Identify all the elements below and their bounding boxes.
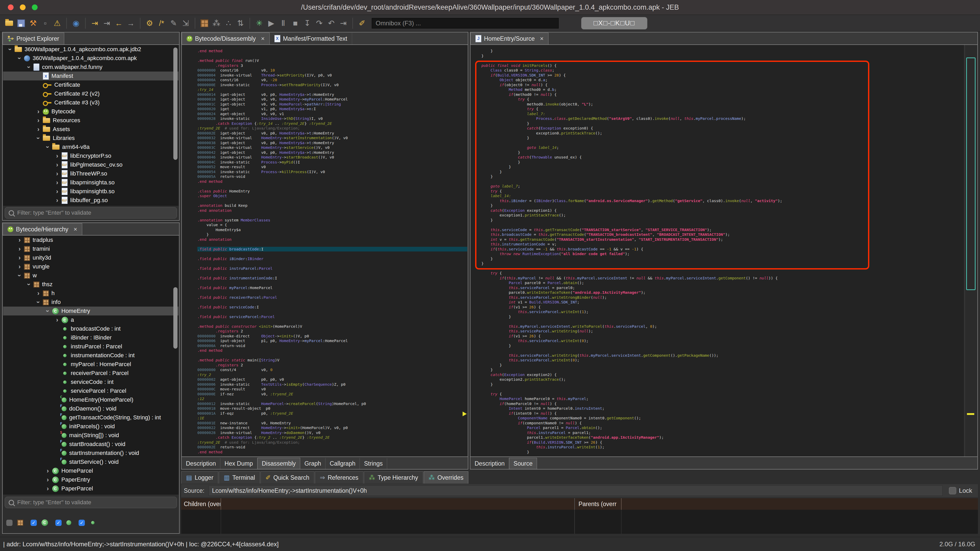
tree-item-homeentry[interactable]: ›CHomeEntry (3, 307, 178, 315)
disassembly-code[interactable]: .end method .method public final run()V … (182, 45, 467, 457)
open-file-icon[interactable] (3, 17, 15, 29)
tree-item-libraries[interactable]: ›Libraries (3, 134, 178, 143)
close-window-icon[interactable] (8, 5, 14, 10)
tree-item-myparcel-homeparcel[interactable]: myParcel : HomeParcel (3, 360, 178, 369)
flow-view-icon[interactable]: ⇅ (234, 17, 247, 29)
tree-item-homeparcel[interactable]: ›CHomeParcel (3, 467, 178, 475)
tree-item-libapminsightb-so[interactable]: ›ELFlibapminsightb.so (3, 187, 178, 196)
filter-field-checkbox[interactable]: ✓ (79, 520, 85, 526)
highlighter-icon[interactable]: ✐ (356, 17, 368, 29)
rename-icon[interactable]: ✎ (168, 17, 180, 29)
chevron-icon[interactable]: › (35, 134, 42, 143)
jump-into-icon[interactable]: ⇥ (101, 17, 113, 29)
chevron-icon[interactable]: › (53, 152, 62, 159)
chevron-icon[interactable]: › (53, 197, 62, 204)
tab-type-hierarchy[interactable]: ⁂Type Hierarchy (364, 471, 423, 484)
chevron-icon[interactable]: › (44, 307, 51, 315)
tree-item-ins[interactable]: ›ins (3, 493, 178, 495)
tab-graph[interactable]: Graph (300, 458, 326, 469)
overrides-table-body[interactable] (181, 510, 978, 534)
tree-item-thsz[interactable]: ›thsz (3, 280, 178, 289)
source-input[interactable] (208, 486, 943, 496)
tree-item-manifest[interactable]: XManifest (3, 72, 178, 80)
grid-view-icon[interactable] (199, 17, 210, 29)
tree-item-paperentry[interactable]: ›CPaperEntry (3, 475, 178, 484)
tree-item-libencryptorp-so[interactable]: ›ELFlibEncryptorP.so (3, 151, 178, 160)
globe-icon[interactable]: ◉ (70, 17, 82, 29)
tree-item-instrumentationcode-int[interactable]: instrumentationCode : int (3, 351, 178, 360)
save-icon[interactable] (15, 17, 27, 29)
close-icon[interactable]: × (74, 226, 77, 233)
tree-item-libpglmetasec-ov-so[interactable]: ›ELFlibPglmetasec_ov.so (3, 160, 178, 169)
tab-disassembly[interactable]: Disassembly (258, 458, 300, 469)
graph-view-icon[interactable]: ⁂ (210, 17, 223, 29)
tree-item-assets[interactable]: ›Assets (3, 125, 178, 134)
maximize-window-icon[interactable] (32, 5, 38, 10)
tree-view-icon[interactable]: ∴ (223, 17, 234, 29)
chevron-icon[interactable]: › (16, 271, 23, 280)
chevron-icon[interactable]: › (53, 188, 62, 195)
column-divider[interactable] (221, 498, 221, 510)
pause-icon[interactable]: Ⅱ (277, 17, 289, 29)
chevron-icon[interactable]: › (53, 161, 62, 169)
goto-icon[interactable]: ⇥ (89, 17, 101, 29)
tree-item-info[interactable]: ›info (3, 298, 178, 307)
tab-bytecode-hierarchy[interactable]: Bytecode/Hierarchy× (3, 223, 82, 235)
tree-item-unity3d[interactable]: ›unity3d (3, 253, 178, 262)
omnibox-input[interactable] (372, 18, 558, 29)
tree-item-libapminsighta-so[interactable]: ›ELFlibapminsighta.so (3, 178, 178, 187)
tab-logger[interactable]: ▤Logger (181, 471, 218, 484)
chevron-icon[interactable]: › (53, 316, 62, 323)
chevron-icon[interactable]: › (15, 263, 24, 270)
tree-item-360wallpaper-1-0-4-apkcombo-com-apk[interactable]: ›360Wallpaper_1.0.4_apkcombo.com.apk (3, 54, 178, 63)
chevron-icon[interactable]: › (15, 254, 24, 261)
alert-icon[interactable]: ⚠ (51, 17, 63, 29)
chevron-icon[interactable]: › (35, 298, 42, 307)
tree-item-a[interactable]: ›Ca (3, 315, 178, 324)
tree-item-main-string-void[interactable]: Smain(String[]) : void (3, 431, 178, 440)
tree-item-tramini[interactable]: ›tramini (3, 244, 178, 253)
hierarchy-scrollbar[interactable] (173, 287, 178, 349)
tab-quick-search[interactable]: ✐Quick Search (261, 471, 314, 484)
tree-item-initparcels-void[interactable]: FinitParcels() : void (3, 422, 178, 431)
tree-item-broadcastcode-int[interactable]: broadcastCode : int (3, 324, 178, 333)
project-explorer-tree[interactable]: ›360Wallpaper_1.0.4_apkcombo.com.apk.jdb… (3, 45, 178, 206)
run-icon[interactable]: ▶ (265, 17, 277, 29)
tab-callgraph[interactable]: Callgraph (326, 458, 360, 469)
filter-package-checkbox[interactable] (6, 520, 13, 526)
run-to-cursor-icon[interactable]: ⇥ (337, 17, 349, 29)
tree-item-receiverparcel-parcel[interactable]: receiverParcel : Parcel (3, 369, 178, 377)
export-icon[interactable]: ⇲ (180, 17, 192, 29)
tree-item-dodaemon-void[interactable]: FdoDaemon() : void (3, 404, 178, 413)
tree-item-startbroadcast-void[interactable]: FstartBroadcast() : void (3, 440, 178, 449)
tree-item-com-wallpaper-hd-funny[interactable]: ›com.wallpaper.hd.funny (3, 63, 178, 72)
chevron-icon[interactable]: › (34, 126, 43, 133)
stop-icon[interactable]: ■ (289, 17, 301, 29)
tab-strings[interactable]: Strings (360, 458, 387, 469)
tree-item-serviceparcel-parcel[interactable]: serviceParcel : Parcel (3, 387, 178, 395)
tab-overrides[interactable]: ⁂Overrides (424, 471, 469, 484)
comment-icon[interactable]: /* (156, 17, 168, 29)
project-explorer-filter[interactable]: Filter: type "Enter" to validate (5, 207, 177, 218)
parents-column-header[interactable]: Parents (overr (579, 501, 620, 508)
chevron-icon[interactable]: › (15, 236, 24, 244)
tree-item-paperparcel[interactable]: ›CPaperParcel (3, 484, 178, 493)
chevron-icon[interactable]: › (34, 117, 43, 124)
chevron-icon[interactable]: › (25, 63, 33, 72)
debug-icon[interactable]: ✳ (253, 17, 265, 29)
close-icon[interactable]: × (261, 35, 265, 42)
step-out-icon[interactable]: ↶ (325, 17, 337, 29)
package-icon[interactable]: ▫ (39, 17, 51, 29)
column-divider[interactable] (621, 498, 622, 510)
tree-item-instruparcel-parcel[interactable]: instruParcel : Parcel (3, 342, 178, 351)
license-key-button[interactable]: □X□-□K□U□ (581, 17, 648, 30)
tree-item-h[interactable]: ›h (3, 289, 178, 298)
filter-method-checkbox[interactable]: ✓ (55, 520, 62, 526)
hierarchy-filter[interactable]: Filter: type "Enter" to validate (5, 497, 177, 508)
tab-project-explorer[interactable]: Project Explorer (3, 33, 64, 45)
chevron-icon[interactable]: › (16, 54, 23, 63)
chevron-icon[interactable]: › (44, 143, 51, 151)
tree-item-resources[interactable]: ›Resources (3, 116, 178, 125)
lock-checkbox[interactable] (949, 487, 956, 494)
tree-item-libbuffer-pg-so[interactable]: ›ELFlibbuffer_pg.so (3, 196, 178, 205)
